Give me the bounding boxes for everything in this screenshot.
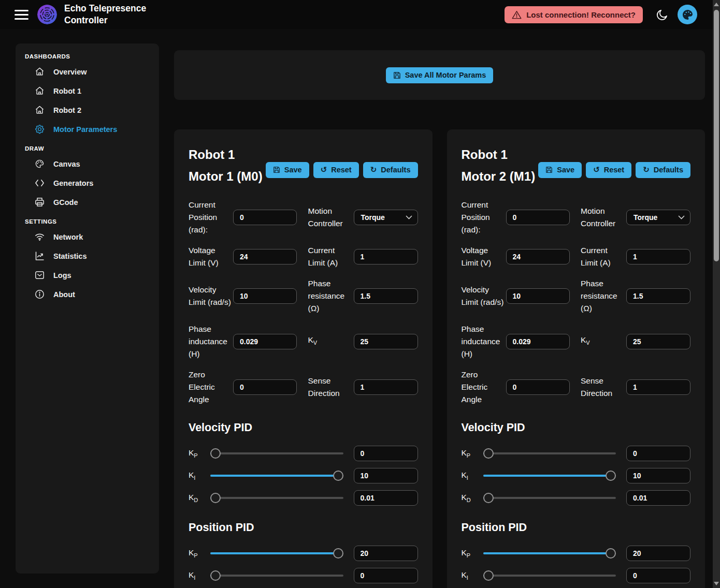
m1-velocity-ki-slider[interactable] bbox=[483, 471, 616, 481]
palette-icon bbox=[35, 159, 45, 169]
motor-panel-m1: Robot 1 Motor 2 (M1) Save ↺ Reset bbox=[447, 129, 705, 588]
m1-velocity-limit-input[interactable] bbox=[506, 288, 570, 304]
moon-icon bbox=[656, 8, 669, 21]
field-label: KV bbox=[308, 334, 354, 349]
m1-phase-inductance-input[interactable] bbox=[506, 334, 570, 349]
m1-velocity-kp-input[interactable] bbox=[626, 446, 690, 461]
menu-icon[interactable] bbox=[15, 10, 28, 20]
field-label: Phase resistance (Ω) bbox=[308, 277, 354, 315]
sidebar-item-logs[interactable]: Logs bbox=[16, 266, 159, 285]
save-icon bbox=[545, 166, 553, 173]
m1-voltage-limit-input[interactable] bbox=[506, 249, 570, 264]
pid-label: KD bbox=[462, 493, 483, 503]
panel-title: Robot 1 Motor 1 (M0) bbox=[189, 144, 266, 187]
m1-velocity-kp-slider[interactable] bbox=[483, 448, 616, 459]
m0-phase-inductance-input[interactable] bbox=[233, 334, 297, 349]
save-icon bbox=[393, 71, 401, 79]
m1-zero-electric-angle-input[interactable] bbox=[506, 379, 570, 395]
m0-save-button[interactable]: Save bbox=[266, 162, 309, 178]
m0-velocity-ki-slider[interactable] bbox=[210, 471, 343, 481]
m0-velocity-kp-input[interactable] bbox=[354, 446, 418, 461]
home-icon bbox=[35, 67, 45, 77]
m1-reset-button[interactable]: ↺ Reset bbox=[586, 162, 631, 178]
m0-velocity-kp-slider[interactable] bbox=[210, 448, 343, 459]
wifi-icon bbox=[35, 232, 45, 242]
m0-sense-direction-input[interactable] bbox=[354, 379, 418, 395]
gear-icon bbox=[35, 124, 45, 134]
defaults-icon: ↻ bbox=[643, 166, 650, 174]
field-label: Phase inductance (H) bbox=[462, 323, 506, 360]
save-all-motor-params-button[interactable]: Save All Motor Params bbox=[386, 67, 494, 83]
m1-motion-controller-select[interactable]: Torque bbox=[626, 210, 690, 225]
sidebar-item-network[interactable]: Network bbox=[16, 227, 159, 246]
save-all-card: Save All Motor Params bbox=[174, 50, 705, 100]
m1-current-limit-input[interactable] bbox=[626, 249, 690, 264]
main-content: Save All Motor Params Robot 1 Motor 1 (M… bbox=[174, 43, 705, 588]
m0-velocity-kd-input[interactable] bbox=[354, 490, 418, 506]
chart-icon bbox=[35, 251, 45, 261]
sidebar-item-generators[interactable]: Generators bbox=[16, 173, 159, 193]
sidebar-section-dashboards: DASHBOARDS bbox=[16, 53, 159, 60]
m0-position-ki-slider[interactable] bbox=[210, 570, 343, 581]
position-pid-heading: Position PID bbox=[462, 521, 691, 534]
warning-icon bbox=[512, 10, 522, 19]
field-label: Velocity Limit (rad/s) bbox=[462, 284, 506, 308]
sidebar-item-gcode[interactable]: GCode bbox=[16, 193, 159, 212]
pid-label: KP bbox=[462, 448, 483, 459]
pid-label: KI bbox=[189, 570, 210, 581]
m1-phase-resistance-input[interactable] bbox=[626, 288, 690, 304]
sidebar-item-motor-parameters[interactable]: Motor Parameters bbox=[16, 120, 159, 139]
m0-phase-resistance-input[interactable] bbox=[354, 288, 418, 304]
m0-current-limit-input[interactable] bbox=[354, 249, 418, 264]
m0-position-kp-slider[interactable] bbox=[210, 548, 343, 558]
sidebar-item-statistics[interactable]: Statistics bbox=[16, 246, 159, 266]
m0-reset-button[interactable]: ↺ Reset bbox=[313, 162, 359, 178]
scroll-up-arrow[interactable] bbox=[714, 3, 719, 6]
m1-kv-input[interactable] bbox=[626, 334, 690, 349]
pid-label: KI bbox=[462, 570, 483, 581]
reset-icon: ↺ bbox=[321, 166, 327, 174]
m1-position-ki-slider[interactable] bbox=[483, 570, 616, 581]
sidebar-item-about[interactable]: About bbox=[16, 285, 159, 304]
vertical-scrollbar[interactable] bbox=[713, 0, 720, 588]
m0-position-ki-input[interactable] bbox=[354, 568, 418, 583]
m1-velocity-kd-input[interactable] bbox=[626, 490, 690, 506]
m1-position-kp-slider[interactable] bbox=[483, 548, 616, 558]
m1-save-button[interactable]: Save bbox=[538, 162, 582, 178]
lost-connection-button[interactable]: Lost connection! Reconnect? bbox=[505, 6, 643, 23]
field-label: KV bbox=[581, 334, 626, 349]
sidebar-item-overview[interactable]: Overview bbox=[16, 62, 159, 81]
defaults-icon: ↻ bbox=[370, 166, 377, 174]
sidebar-item-robot1[interactable]: Robot 1 bbox=[16, 81, 159, 100]
scrollbar-thumb[interactable] bbox=[714, 10, 719, 261]
m0-velocity-kd-slider[interactable] bbox=[210, 493, 343, 503]
m0-zero-electric-angle-input[interactable] bbox=[233, 379, 297, 395]
m0-position-kp-input[interactable] bbox=[354, 546, 418, 561]
code-icon bbox=[35, 178, 45, 188]
m0-motion-controller-select[interactable]: Torque bbox=[354, 210, 418, 225]
field-label: Zero Electric Angle bbox=[462, 369, 506, 406]
m1-defaults-button[interactable]: ↻ Defaults bbox=[636, 162, 690, 178]
m1-velocity-kd-slider[interactable] bbox=[483, 493, 616, 503]
m0-velocity-ki-input[interactable] bbox=[354, 468, 418, 483]
position-pid-heading: Position PID bbox=[189, 521, 418, 534]
m0-current-position-input[interactable] bbox=[233, 210, 297, 225]
m1-sense-direction-input[interactable] bbox=[626, 379, 690, 395]
m0-velocity-limit-input[interactable] bbox=[233, 288, 297, 304]
field-label: Phase resistance (Ω) bbox=[581, 277, 626, 315]
save-icon bbox=[273, 166, 280, 173]
field-label: Current Limit (A) bbox=[581, 244, 626, 269]
velocity-pid-heading: Velocity PID bbox=[462, 421, 691, 434]
m1-position-kp-input[interactable] bbox=[626, 546, 690, 561]
m1-current-position-input[interactable] bbox=[506, 210, 570, 225]
m0-defaults-button[interactable]: ↻ Defaults bbox=[363, 162, 418, 178]
m1-velocity-ki-input[interactable] bbox=[626, 468, 690, 483]
m1-position-ki-input[interactable] bbox=[626, 568, 690, 583]
sidebar-item-canvas[interactable]: Canvas bbox=[16, 154, 159, 173]
m0-kv-input[interactable] bbox=[354, 334, 418, 349]
m0-voltage-limit-input[interactable] bbox=[233, 249, 297, 264]
scroll-down-arrow[interactable] bbox=[714, 582, 719, 585]
theme-button[interactable] bbox=[678, 5, 697, 24]
sidebar-item-robot2[interactable]: Robot 2 bbox=[16, 100, 159, 120]
dark-mode-toggle[interactable] bbox=[656, 8, 669, 21]
